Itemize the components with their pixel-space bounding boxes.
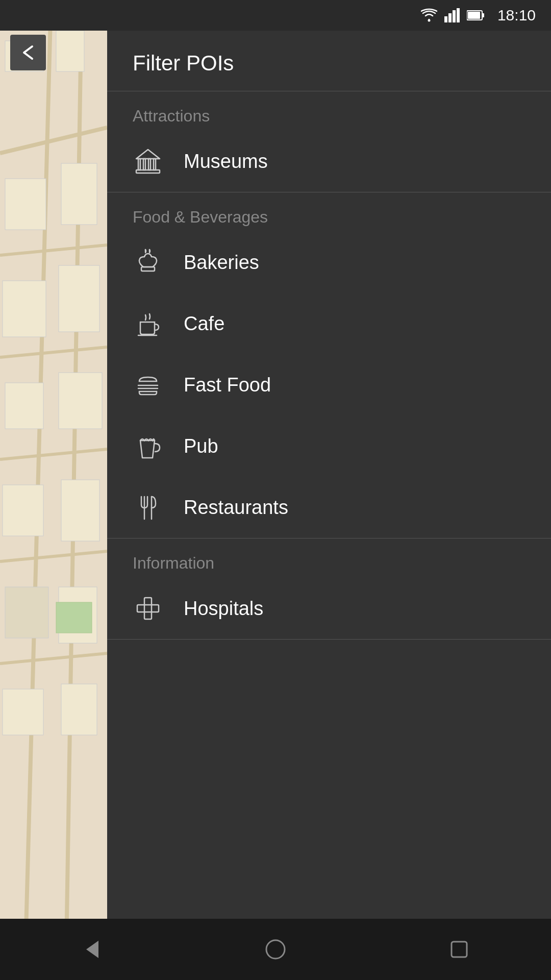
svg-rect-37 xyxy=(154,159,156,170)
svg-rect-35 xyxy=(143,159,145,170)
poi-label-hospitals: Hospitals xyxy=(184,598,263,620)
poi-item-museums[interactable]: Museums xyxy=(107,131,551,192)
drawer-title: Filter POIs xyxy=(133,51,234,75)
svg-rect-48 xyxy=(137,605,159,612)
svg-rect-32 xyxy=(56,602,92,633)
nav-back-icon xyxy=(79,937,105,962)
poi-label-cafe: Cafe xyxy=(184,313,224,335)
pub-icon xyxy=(133,431,163,461)
svg-rect-1 xyxy=(444,16,447,22)
poi-item-cafe[interactable]: Cafe xyxy=(107,293,551,354)
poi-label-fast-food: Fast Food xyxy=(184,374,271,396)
svg-rect-36 xyxy=(148,159,151,170)
poi-label-restaurants: Restaurants xyxy=(184,497,288,519)
section-label-attractions: Attractions xyxy=(107,91,551,131)
nav-recent-button[interactable] xyxy=(439,929,480,970)
poi-item-restaurants[interactable]: Restaurants xyxy=(107,477,551,538)
svg-rect-22 xyxy=(3,281,46,337)
status-bar: 18:10 xyxy=(0,0,551,31)
svg-marker-49 xyxy=(86,941,98,958)
map-roads xyxy=(0,0,107,949)
cafe-icon xyxy=(133,308,163,339)
back-button[interactable] xyxy=(10,35,46,70)
poi-label-pub: Pub xyxy=(184,435,218,457)
section-attractions: Attractions Museums xyxy=(107,91,551,192)
svg-rect-30 xyxy=(3,689,43,735)
restaurant-icon xyxy=(133,492,163,523)
section-food-beverages: Food & Beverages Bakeries xyxy=(107,192,551,538)
drawer-header: Filter POIs xyxy=(107,31,551,91)
svg-rect-25 xyxy=(59,373,102,429)
svg-rect-26 xyxy=(3,485,43,536)
svg-rect-4 xyxy=(457,8,460,22)
poi-label-bakeries: Bakeries xyxy=(184,252,259,274)
signal-icon xyxy=(444,8,460,22)
status-time: 18:10 xyxy=(497,7,536,24)
svg-rect-34 xyxy=(138,159,140,170)
nav-home-button[interactable] xyxy=(255,929,296,970)
museum-icon xyxy=(133,146,163,177)
poi-item-pub[interactable]: Pub xyxy=(107,415,551,477)
hospital-icon xyxy=(133,593,163,624)
poi-item-bakeries[interactable]: Bakeries xyxy=(107,232,551,293)
poi-item-fast-food[interactable]: Fast Food xyxy=(107,354,551,415)
drawer-panel: Filter POIs Attractions Museums Food & B… xyxy=(107,31,551,980)
svg-rect-23 xyxy=(59,265,99,332)
wifi-icon xyxy=(421,8,437,22)
svg-marker-38 xyxy=(136,150,160,159)
svg-point-50 xyxy=(266,940,285,959)
section-information: Information Hospitals xyxy=(107,538,551,640)
section-label-information: Information xyxy=(107,538,551,578)
svg-rect-6 xyxy=(482,13,484,17)
map-area xyxy=(0,0,107,949)
nav-home-icon xyxy=(263,937,288,962)
svg-rect-27 xyxy=(61,480,99,541)
svg-rect-2 xyxy=(448,13,452,22)
svg-rect-47 xyxy=(144,598,152,619)
svg-rect-19 xyxy=(56,31,84,71)
svg-rect-28 xyxy=(5,587,48,638)
fastfood-icon xyxy=(133,370,163,400)
poi-label-museums: Museums xyxy=(184,151,268,173)
battery-icon xyxy=(467,9,485,21)
nav-bar xyxy=(0,919,551,980)
svg-rect-3 xyxy=(453,10,456,22)
svg-rect-51 xyxy=(452,942,467,957)
svg-rect-7 xyxy=(468,12,480,19)
section-label-food: Food & Beverages xyxy=(107,192,551,232)
svg-rect-20 xyxy=(5,179,46,230)
back-arrow-icon xyxy=(18,42,38,63)
svg-rect-21 xyxy=(61,163,97,225)
svg-rect-24 xyxy=(5,383,43,429)
status-icons: 18:10 xyxy=(421,7,536,24)
svg-rect-41 xyxy=(141,267,155,271)
nav-recent-icon xyxy=(446,937,472,962)
poi-item-hospitals[interactable]: Hospitals xyxy=(107,578,551,639)
bakery-icon xyxy=(133,247,163,278)
svg-point-0 xyxy=(428,19,430,22)
svg-rect-31 xyxy=(61,684,97,735)
nav-back-button[interactable] xyxy=(71,929,112,970)
